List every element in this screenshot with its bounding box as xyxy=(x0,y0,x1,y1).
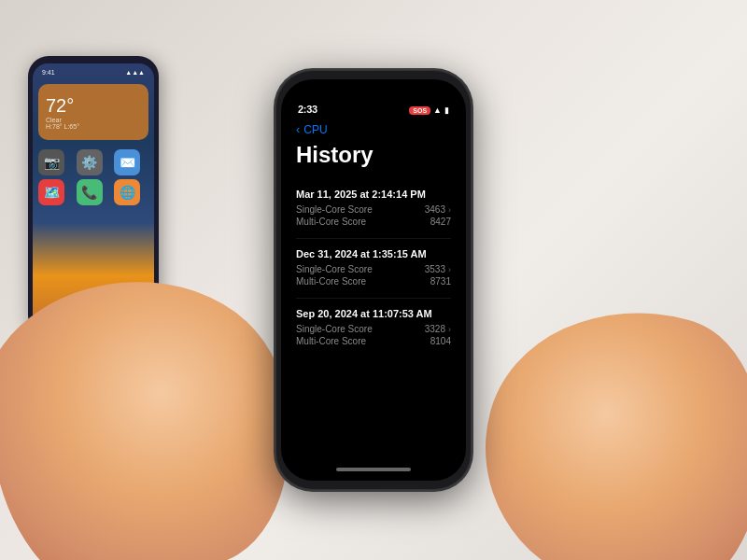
single-core-row-2: Single-Core Score 3328 › xyxy=(296,324,451,334)
single-core-value-2: 3328 xyxy=(425,324,445,334)
status-icons: SOS ▲ ▮ xyxy=(409,105,449,115)
single-core-chevron-2: › xyxy=(448,325,451,334)
weather-temp: 72° xyxy=(46,95,141,117)
multi-core-label-0: Multi-Core Score xyxy=(296,217,366,227)
settings-icon: ⚙️ xyxy=(77,149,103,175)
single-core-value-1: 3533 xyxy=(425,264,445,274)
multi-core-value-1: 8731 xyxy=(430,276,451,287)
back-navigation[interactable]: ‹ CPU xyxy=(281,120,466,140)
single-core-label-2: Single-Core Score xyxy=(296,324,373,334)
single-core-row-1: Single-Core Score 3533 › xyxy=(296,264,451,274)
history-item-1[interactable]: Dec 31, 2024 at 1:35:15 AM Single-Core S… xyxy=(296,239,451,299)
back-label: CPU xyxy=(303,123,327,136)
back-chevron-icon: ‹ xyxy=(296,122,300,136)
phone-icon: 📞 xyxy=(77,179,103,205)
single-core-value-group-1: 3533 › xyxy=(425,264,451,274)
phone-left-weather-widget: 72° Clear H:78° L:65° xyxy=(38,84,148,140)
main-phone: 2:33 SOS ▲ ▮ ‹ CPU History Mar 11, 2025 … xyxy=(275,70,472,490)
history-list: Mar 11, 2025 at 2:14:14 PM Single-Core S… xyxy=(281,179,466,458)
single-core-value-group-0: 3463 › xyxy=(425,204,451,215)
multi-core-row-0: Multi-Core Score 8427 xyxy=(296,217,451,227)
wifi-icon: ▲ xyxy=(433,105,442,115)
status-time: 2:33 xyxy=(298,104,317,115)
single-core-chevron-1: › xyxy=(448,265,451,274)
single-core-row-0: Single-Core Score 3463 › xyxy=(296,204,451,215)
history-date-0: Mar 11, 2025 at 2:14:14 PM xyxy=(296,189,451,200)
single-core-label-1: Single-Core Score xyxy=(296,264,373,274)
multi-core-value-2: 8104 xyxy=(430,336,451,346)
page-title: History xyxy=(281,140,466,179)
history-item-0[interactable]: Mar 11, 2025 at 2:14:14 PM Single-Core S… xyxy=(296,179,451,239)
single-core-value-0: 3463 xyxy=(425,204,445,215)
maps-icon: 🗺️ xyxy=(38,179,64,205)
mail-icon: ✉️ xyxy=(114,149,140,175)
phone-left-icons: ▲▲▲ xyxy=(125,69,145,76)
phone-left-time: 9:41 xyxy=(42,69,55,76)
dynamic-island xyxy=(341,83,406,102)
history-date-2: Sep 20, 2024 at 11:07:53 AM xyxy=(296,308,451,319)
phone-left-status: 9:41 ▲▲▲ xyxy=(33,63,154,80)
multi-core-row-2: Multi-Core Score 8104 xyxy=(296,336,451,346)
single-core-chevron-0: › xyxy=(448,205,451,215)
home-indicator xyxy=(281,458,466,481)
sos-badge: SOS xyxy=(409,106,430,115)
multi-core-label-1: Multi-Core Score xyxy=(296,276,366,287)
camera-icon: 📷 xyxy=(38,149,64,175)
phone-left-app-icons: 📷 ⚙️ ✉️ 🗺️ 📞 🌐 xyxy=(33,144,154,211)
single-core-label-0: Single-Core Score xyxy=(296,204,373,215)
multi-core-label-2: Multi-Core Score xyxy=(296,336,366,346)
safari-icon: 🌐 xyxy=(114,179,140,205)
main-screen: 2:33 SOS ▲ ▮ ‹ CPU History Mar 11, 2025 … xyxy=(281,79,466,481)
weather-highlow: H:78° L:65° xyxy=(46,123,141,130)
weather-city: Clear xyxy=(46,117,141,123)
single-core-value-group-2: 3328 › xyxy=(425,324,451,334)
multi-core-row-1: Multi-Core Score 8731 xyxy=(296,276,451,287)
history-item-2[interactable]: Sep 20, 2024 at 11:07:53 AM Single-Core … xyxy=(296,299,451,357)
history-date-1: Dec 31, 2024 at 1:35:15 AM xyxy=(296,248,451,259)
multi-core-value-0: 8427 xyxy=(430,217,451,227)
battery-icon: ▮ xyxy=(444,105,449,115)
home-bar xyxy=(336,468,411,471)
